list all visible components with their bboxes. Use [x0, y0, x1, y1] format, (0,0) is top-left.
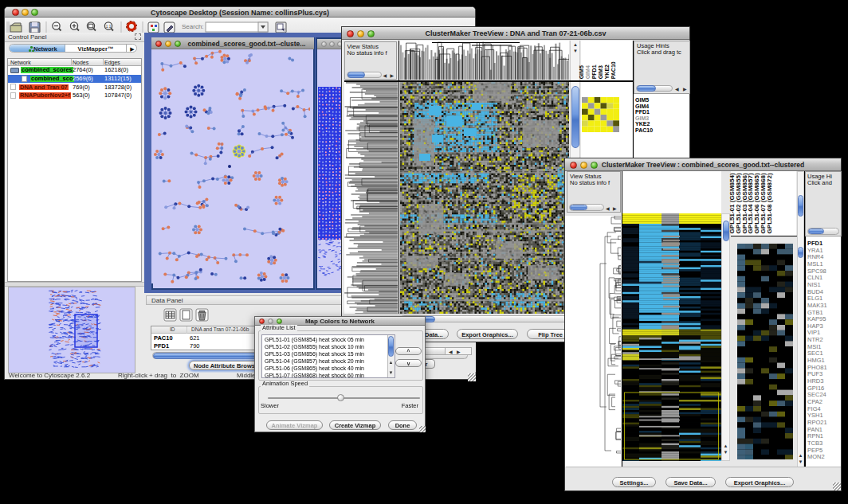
svg-text:Search:: Search: — [182, 23, 204, 30]
svg-text:1:1: 1:1 — [106, 25, 112, 29]
